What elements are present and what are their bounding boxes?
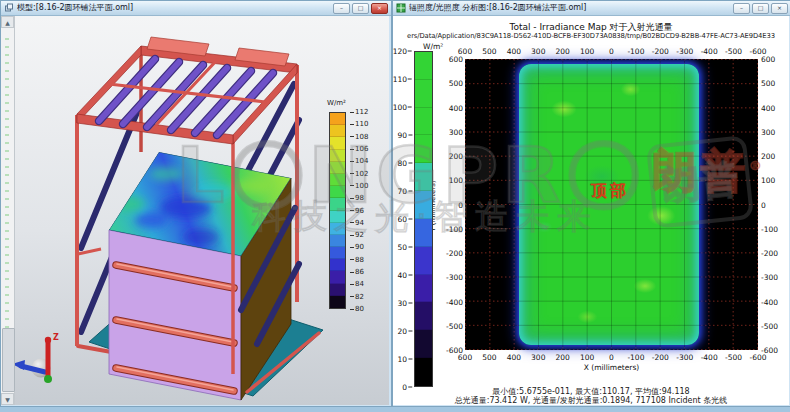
- tick-label: 500: [482, 47, 496, 56]
- colorbar-segment: [330, 162, 345, 174]
- colorbar-segment: [330, 211, 345, 223]
- scroll-up-arrow[interactable]: ▲: [1, 16, 14, 28]
- irradiance-window-icon: [396, 3, 406, 13]
- colorbar-segment: [415, 358, 432, 386]
- tick-label: -300: [446, 273, 463, 282]
- colorbar-segment: [415, 135, 432, 163]
- tick-label: 400: [449, 103, 463, 112]
- tick-label: 500: [449, 79, 463, 88]
- tick-label: -200: [652, 353, 669, 362]
- tick-label: 100: [580, 353, 594, 362]
- colorbar-segment: [330, 113, 345, 125]
- tick-label: -500: [725, 47, 742, 56]
- model-window-title: 模型:[8.16-2圆环铺法平面.oml]: [17, 2, 330, 14]
- tick-label: -100: [446, 224, 463, 233]
- irradiance-window-title: 辐照度/光照度 分析图:[8.16-2圆环铺法平面.oml]: [409, 2, 730, 14]
- inner-box: [109, 152, 291, 400]
- colorbar-segment: [415, 108, 432, 136]
- tick-label: -100: [761, 224, 778, 233]
- irradiance-window: 辐照度/光照度 分析图:[8.16-2圆环铺法平面.oml] – □ × Tot…: [392, 0, 790, 407]
- minimize-button[interactable]: –: [733, 3, 750, 14]
- colorbar-segment: [330, 296, 345, 308]
- colorbar-segment: [330, 284, 345, 296]
- tick-label: 100: [761, 176, 775, 185]
- model-colorbar: [329, 112, 346, 309]
- model-window: 模型:[8.16-2圆环铺法平面.oml] – □ × ▲ ▼: [0, 0, 392, 407]
- tick-label: 90: [397, 131, 412, 140]
- colorbar-segment: [330, 259, 345, 271]
- tick-label: 0: [761, 200, 766, 209]
- colorbar-segment: [415, 302, 432, 330]
- colorbar-segment: [330, 235, 345, 247]
- tick-label: 600: [458, 47, 472, 56]
- tick-label: 100: [449, 176, 463, 185]
- scrollbar-thumb[interactable]: [2, 328, 15, 392]
- tick-label: 300: [531, 47, 545, 56]
- x-axis-label: X (millimeters): [465, 363, 758, 372]
- tick-label: 400: [761, 103, 775, 112]
- close-button[interactable]: ×: [371, 3, 388, 14]
- model-window-titlebar[interactable]: 模型:[8.16-2圆环铺法平面.oml] – □ ×: [1, 1, 391, 16]
- stats-line-1: 最小值:5.6755e-011, 最大值:110.17, 平均值:94.118: [401, 387, 781, 396]
- irradiance-window-controls: – □ ×: [733, 3, 788, 14]
- restore-button[interactable]: □: [352, 3, 369, 14]
- tick-label: -100: [627, 353, 644, 362]
- colorbar-segment: [415, 163, 432, 191]
- irradiance-map-canvas[interactable]: 顶部: [465, 59, 758, 350]
- colorbar-segment: [330, 150, 345, 162]
- tick-label: -500: [446, 321, 463, 330]
- restore-button[interactable]: □: [752, 3, 769, 14]
- tick-label: 200: [761, 152, 775, 161]
- tick-label: 400: [507, 353, 521, 362]
- tick-label: -500: [725, 353, 742, 362]
- model-tree-scrollbar[interactable]: ▲ ▼: [1, 16, 15, 405]
- tick-label: 80: [397, 159, 412, 168]
- tick-label: 200: [449, 152, 463, 161]
- plot-file-path: ers/Data/Application/83C9A118-D562-410D-…: [393, 32, 789, 40]
- tick-label: -200: [761, 249, 778, 258]
- tick-label: -400: [761, 297, 778, 306]
- tick-label: 60: [397, 215, 412, 224]
- close-button[interactable]: ×: [771, 3, 788, 14]
- tick-label: -600: [761, 346, 778, 355]
- tick-label: 50: [397, 243, 412, 252]
- scroll-down-arrow[interactable]: ▼: [1, 393, 14, 405]
- tick-label: 500: [761, 79, 775, 88]
- model-window-controls: – □ ×: [333, 3, 388, 14]
- tick-label: -300: [676, 47, 693, 56]
- tick-label: -500: [761, 321, 778, 330]
- tick-label: 10: [397, 355, 412, 364]
- tick-label: -600: [446, 346, 463, 355]
- tick-label: 20: [397, 327, 412, 336]
- tick-label: -600: [749, 353, 766, 362]
- tick-label: 120: [393, 47, 412, 56]
- minimize-button[interactable]: –: [333, 3, 350, 14]
- colorbar-segment: [415, 219, 432, 247]
- colorbar-segment: [330, 198, 345, 210]
- tick-label: -200: [652, 47, 669, 56]
- tick-label: -400: [701, 47, 718, 56]
- colorbar-segment: [330, 223, 345, 235]
- tick-label: 600: [761, 55, 775, 64]
- tick-label: -200: [446, 249, 463, 258]
- colorbar-segment: [415, 330, 432, 358]
- colorbar-segment: [415, 247, 432, 275]
- colorbar-segment: [330, 137, 345, 149]
- colorbar-segment: [330, 174, 345, 186]
- tick-label: 600: [458, 353, 472, 362]
- tick-label: 0: [609, 47, 614, 56]
- box-front-face: [109, 230, 241, 400]
- tick-label: 600: [449, 55, 463, 64]
- tick-label: 100: [580, 47, 594, 56]
- map-grid-overlay: [465, 59, 758, 350]
- model-viewport[interactable]: ▲ ▼: [1, 16, 389, 405]
- tick-label: 200: [555, 353, 569, 362]
- tick-label: -400: [446, 297, 463, 306]
- colorbar-segment: [415, 80, 432, 108]
- tick-label: 30: [397, 299, 412, 308]
- irradiance-window-titlebar[interactable]: 辐照度/光照度 分析图:[8.16-2圆环铺法平面.oml] – □ ×: [393, 1, 790, 16]
- tick-label: 400: [507, 47, 521, 56]
- tick-label: 40: [397, 271, 412, 280]
- tick-label: 0: [458, 200, 463, 209]
- tick-label: 500: [482, 353, 496, 362]
